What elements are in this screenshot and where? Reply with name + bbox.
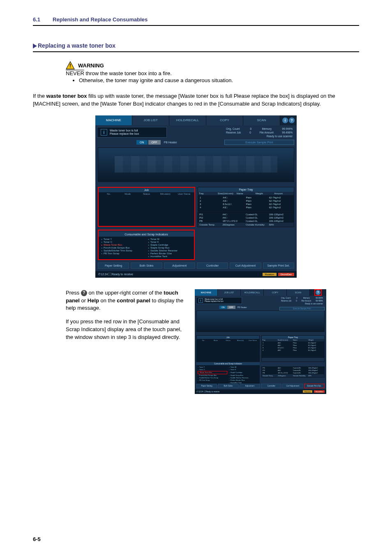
heater-on-button[interactable]: ON bbox=[136, 140, 148, 145]
warning-block: ! WARNING NEVER throw the waste toner bo… bbox=[66, 61, 359, 83]
job-panel: Job No.ModeStatusMinute(s)User Name bbox=[98, 187, 195, 227]
machine-diagram bbox=[98, 147, 294, 182]
btn-adjustment[interactable]: Adjustment bbox=[164, 263, 195, 269]
press-help-paragraph: Press ? on the upper-right corner of the… bbox=[66, 289, 187, 313]
btn-controller[interactable]: Controller bbox=[197, 263, 228, 269]
svg-text:!: ! bbox=[69, 62, 71, 69]
status-rotation: Rotation bbox=[263, 273, 277, 276]
small-screenshot: MACHINE JOB LIST HOLD/RECALL COPY SCAN ?… bbox=[195, 289, 326, 394]
btn-both-sides[interactable]: Both Sides bbox=[131, 263, 162, 269]
help-icon-highlighted[interactable]: ? bbox=[314, 289, 322, 296]
page-header: 6.1 Replenish and Replace Consumables bbox=[33, 16, 359, 23]
bottom-buttons: Paper Setting Both Sides Adjustment Cont… bbox=[98, 263, 294, 269]
section-title: Replenish and Replace Consumables bbox=[53, 16, 148, 23]
warning-icon: ! bbox=[66, 61, 75, 69]
btn-paper-setting[interactable]: Paper Setting bbox=[98, 263, 129, 269]
tab-copy[interactable]: COPY bbox=[206, 115, 243, 125]
two-column-section: Press ? on the upper-right corner of the… bbox=[66, 289, 326, 394]
pi-tray-panel: PI1A4□Coated-GL106-135g/m2PI2A4□Coated-G… bbox=[197, 212, 294, 227]
subheading-rule bbox=[33, 51, 359, 52]
section-number: 6.1 bbox=[33, 16, 40, 23]
page-number: 6-5 bbox=[33, 536, 41, 542]
statusbar: ⏱12:24 ⛶Ready to receive Rotation Drum/D… bbox=[95, 271, 297, 278]
info-icon[interactable]: i bbox=[282, 117, 288, 123]
warning-line1: NEVER throw the waste toner box into a f… bbox=[66, 70, 359, 76]
tab-joblist[interactable]: JOB LIST bbox=[132, 115, 169, 125]
help-icon[interactable]: ? bbox=[289, 117, 295, 123]
sample-print-set-highlighted[interactable]: Sample Print Set. bbox=[304, 384, 325, 388]
subheading-text: Replacing a waste toner box bbox=[38, 42, 115, 49]
stats-panel: Orig. Count0Memory99.999% Reserve Job0Fi… bbox=[224, 127, 294, 145]
topnav: MACHINE JOB LIST HOLD/RECALL COPY SCAN i… bbox=[95, 115, 297, 125]
sample-print-button[interactable]: Execute Sample Print bbox=[224, 140, 294, 145]
header-rule bbox=[33, 25, 359, 26]
btn-curl-adjustment[interactable]: Curl Adjustment bbox=[230, 263, 261, 269]
heater-controls: ON OFF PB Heater bbox=[136, 140, 177, 145]
heater-label: PB Heater bbox=[164, 141, 177, 144]
red-row-paragraph: If you press the red row in the [Consuma… bbox=[66, 318, 187, 341]
warning-bullet: Otherwise, the toner may ignite and caus… bbox=[73, 77, 359, 83]
heater-off-button[interactable]: OFF bbox=[148, 140, 161, 145]
tab-scan[interactable]: SCAN bbox=[243, 115, 280, 125]
alert-banner: i Waste toner box is full Please replace… bbox=[97, 127, 167, 138]
triangle-icon bbox=[33, 44, 37, 48]
indicators-panel: Consumable and Scrap Indicators Toner YT… bbox=[98, 230, 195, 260]
intro-paragraph: If the waste toner box fills up with was… bbox=[33, 92, 359, 108]
tab-holdrecall[interactable]: HOLD/RECALL bbox=[169, 115, 206, 125]
alert-info-icon: i bbox=[101, 129, 107, 136]
tab-machine[interactable]: MACHINE bbox=[95, 115, 132, 125]
status-drum: Drum/Dev bbox=[278, 273, 294, 276]
btn-sample-print-set[interactable]: Sample Print Set. bbox=[263, 263, 294, 269]
main-screenshot: MACHINE JOB LIST HOLD/RECALL COPY SCAN i… bbox=[95, 115, 297, 278]
subheading: Replacing a waste toner box bbox=[33, 42, 359, 49]
help-area: i ? bbox=[280, 115, 297, 125]
warning-title: WARNING bbox=[78, 62, 104, 69]
help-icon-inline: ? bbox=[81, 290, 87, 296]
